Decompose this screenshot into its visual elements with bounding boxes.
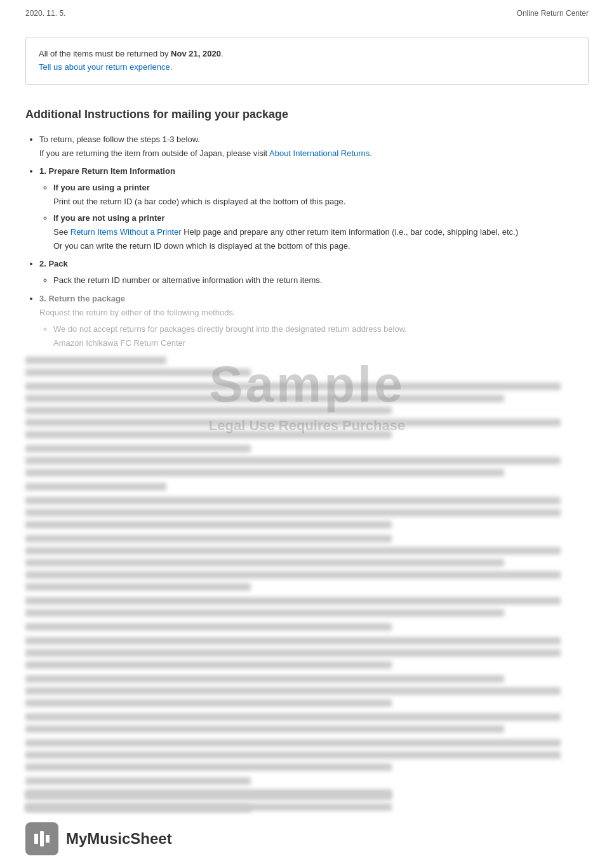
step-1-sub2: If you are not using a printer See Retur… — [53, 211, 589, 253]
step-1-sub2-text2: Help page and prepare any other return i… — [182, 227, 518, 237]
logo-text: MyMusicSheet — [66, 830, 172, 848]
step-1-sub1: If you are using a printer Print out the… — [53, 181, 589, 209]
header-title: Online Return Center — [517, 9, 589, 18]
notice-date: Nov 21, 2020 — [171, 49, 221, 58]
step-0-text2: If you are returning the item from outsi… — [39, 148, 269, 158]
page-header: 2020. 11. 5. Online Return Center — [0, 0, 614, 27]
logo-svg — [32, 829, 52, 849]
step-1-sub-list: If you are using a printer Print out the… — [39, 181, 589, 253]
step-0-text1: To return, please follow the steps 1-3 b… — [39, 135, 200, 144]
step-1-sub2-label: If you are not using a printer — [53, 213, 165, 223]
return-items-without-printer-link[interactable]: Return Items Without a Printer — [70, 227, 182, 237]
main-content: Additional Instructions for mailing your… — [0, 95, 614, 824]
step-3-sub1: We do not accept returns for packages di… — [53, 322, 589, 350]
international-returns-link[interactable]: About International Returns — [269, 148, 370, 158]
step-1-sub1-text: Print out the return ID (a bar code) whi… — [53, 197, 345, 206]
step-3-label: 3. Return the package — [39, 294, 125, 303]
section-title: Additional Instructions for mailing your… — [25, 108, 589, 121]
step-3-item: 3. Return the package Request the return… — [39, 292, 589, 350]
step-0-item: To return, please follow the steps 1-3 b… — [39, 133, 589, 161]
instructions-list: To return, please follow the steps 1-3 b… — [25, 133, 589, 350]
notice-text1: All of the items must be returned by — [39, 49, 171, 58]
notice-text2: . — [221, 49, 224, 58]
logo-icon — [25, 822, 58, 855]
step-3-sub-list: We do not accept returns for packages di… — [39, 322, 589, 350]
svg-rect-2 — [46, 835, 50, 843]
svg-rect-0 — [34, 834, 38, 844]
step-2-item: 2. Pack Pack the return ID number or alt… — [39, 257, 589, 287]
return-experience-link[interactable]: Tell us about your return experience. — [39, 62, 172, 72]
blurred-content-section — [25, 357, 589, 811]
step-2-sub-list: Pack the return ID number or alternative… — [39, 273, 589, 287]
step-1-sub2-text1: See — [53, 227, 70, 237]
step-2-sub1: Pack the return ID number or alternative… — [53, 273, 589, 287]
step-2-label: 2. Pack — [39, 259, 68, 268]
notice-box: All of the items must be returned by Nov… — [25, 37, 589, 85]
header-date: 2020. 11. 5. — [25, 9, 65, 18]
step-0-text3: . — [370, 148, 372, 158]
step-3-text1: Request the return by either of the foll… — [39, 308, 236, 317]
step-1-label: 1. Prepare Return Item Information — [39, 166, 175, 176]
step-3-address: Amazon Ichikawa FC Return Center — [53, 338, 185, 348]
notice-text: All of the items must be returned by Nov… — [39, 48, 575, 61]
svg-rect-1 — [40, 831, 44, 846]
footer-section: MyMusicSheet — [0, 778, 614, 868]
step-1-sub1-label: If you are using a printer — [53, 183, 150, 192]
step-1-sub2-text3: Or you can write the return ID down whic… — [53, 241, 350, 251]
logo-bar: MyMusicSheet — [25, 822, 589, 855]
footer-blurred — [25, 792, 589, 812]
step-1-item: 1. Prepare Return Item Information If yo… — [39, 164, 589, 254]
